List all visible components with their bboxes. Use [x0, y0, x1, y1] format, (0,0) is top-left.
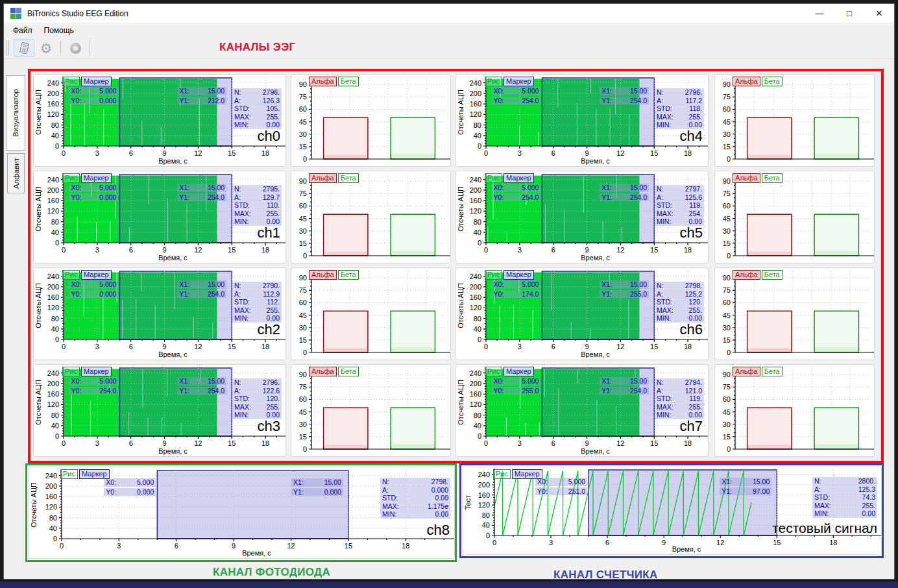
svg-text:0: 0 [478, 142, 481, 150]
svg-text:80: 80 [482, 511, 490, 519]
svg-text:12: 12 [616, 149, 624, 157]
maximize-button[interactable]: □ [834, 4, 864, 23]
tab-alphabet[interactable]: Алфавит [7, 153, 25, 193]
bar-chart-ch1[interactable]: 0153045607590 [291, 171, 451, 263]
x-axis-label: Время, с [486, 447, 705, 455]
svg-text:12: 12 [194, 343, 202, 350]
bar-chart-ch0[interactable]: 0153045607590 [291, 75, 451, 167]
legend-line-item: Рис [485, 173, 502, 183]
svg-text:0: 0 [55, 336, 59, 343]
svg-text:3: 3 [95, 343, 99, 350]
svg-text:40: 40 [49, 524, 57, 532]
bar-chart-ch4[interactable]: 0153045607590 [715, 75, 875, 167]
legend-alpha-item: Альфа [309, 367, 337, 376]
svg-text:80: 80 [474, 218, 481, 226]
svg-text:15: 15 [723, 143, 731, 151]
settings-button[interactable]: ⚙ [36, 39, 56, 57]
legend-beta-item: Бета [762, 270, 783, 280]
svg-text:45: 45 [299, 408, 307, 416]
connect-device-button[interactable] [14, 39, 34, 57]
window-title: BiTronics Studio EEG Edition [27, 9, 128, 18]
legend-alpha-item: Альфа [733, 173, 760, 183]
bar-chart-ch5[interactable]: 0153045607590 [715, 171, 875, 263]
legend-beta-item: Бета [762, 367, 783, 376]
menu-file[interactable]: Файл [7, 24, 38, 37]
legend-beta-item: Бета [338, 270, 359, 280]
tab-visualizer[interactable]: Визуализатор [6, 75, 25, 151]
svg-text:12: 12 [616, 246, 624, 254]
legend-line-item: Рис [485, 270, 502, 280]
cursor-block-start: X0:5.000Y0:251.0 [535, 478, 587, 496]
legend-alpha-item: Альфа [733, 270, 760, 280]
x-axis-label: Время, с [64, 157, 282, 165]
svg-text:200: 200 [47, 283, 59, 291]
svg-text:160: 160 [47, 293, 59, 301]
menu-help[interactable]: Помощь [38, 24, 80, 37]
bar-panel-ch6: 0153045607590АльфаБета [714, 267, 875, 360]
svg-text:90: 90 [299, 177, 307, 185]
minimize-button[interactable]: — [805, 4, 834, 23]
eeg-channels-caption: КАНАЛЫ ЭЭГ [219, 41, 296, 54]
channel-label: ch0 [258, 128, 280, 145]
cursor-block-start: X0:5.000Y0:254.0 [69, 377, 118, 396]
svg-text:15: 15 [299, 143, 307, 151]
record-button[interactable] [65, 39, 86, 57]
svg-text:90: 90 [723, 371, 731, 378]
plot-legend: РисМаркер [485, 270, 534, 280]
svg-text:15: 15 [650, 149, 658, 157]
svg-text:0: 0 [62, 439, 66, 447]
legend-beta-item: Бета [338, 77, 359, 86]
y-axis-label: Отсчеты АЦП [457, 368, 465, 436]
channel-label: ch6 [680, 321, 703, 338]
x-axis-label: Время, с [64, 254, 282, 262]
svg-text:80: 80 [51, 315, 59, 323]
svg-text:6: 6 [552, 246, 555, 254]
x-axis-label: Время, с [486, 254, 705, 262]
toolbar: ⚙ КАНАЛЫ ЭЭГ [4, 38, 894, 59]
bar-chart-ch3[interactable]: 0153045607590 [291, 365, 451, 457]
stats-block: N:2795.A:129.7STD:110.MAX:255.MIN:0.00 [232, 185, 282, 226]
cursor-block-end: X1:15.00Y1:254.0 [177, 184, 226, 202]
legend-marker-item: Маркер [504, 173, 534, 183]
svg-text:0: 0 [484, 343, 488, 350]
plot-panel-ch7: 040801201602002400369121518Отсчеты АЦПВр… [455, 364, 709, 457]
close-button[interactable]: ✕ [864, 4, 894, 23]
plot-legend: РисМаркер [485, 367, 534, 376]
cursor-block-end: X1:15.00Y1:254.0 [600, 377, 649, 396]
legend-line-item: Рис [485, 77, 502, 86]
record-icon [70, 43, 81, 54]
svg-text:80: 80 [474, 315, 481, 323]
svg-text:0: 0 [484, 149, 488, 157]
bar-chart-ch6[interactable]: 0153045607590 [715, 268, 875, 360]
legend-marker-item: Маркер [512, 469, 542, 479]
svg-text:18: 18 [261, 343, 269, 350]
svg-text:160: 160 [45, 493, 57, 500]
svg-text:120: 120 [47, 400, 59, 408]
svg-text:12: 12 [616, 343, 624, 350]
bar-chart-ch2[interactable]: 0153045607590 [291, 268, 451, 360]
svg-text:15: 15 [723, 239, 731, 247]
svg-text:45: 45 [723, 408, 731, 416]
svg-text:160: 160 [478, 491, 490, 499]
svg-text:30: 30 [723, 324, 731, 332]
stats-block: N:2796.A:122.6STD:120.MAX:255.MIN:0.00 [232, 378, 282, 419]
app-icon [10, 8, 21, 19]
svg-text:15: 15 [228, 246, 236, 254]
svg-text:40: 40 [482, 521, 490, 529]
toolbar-grip[interactable] [6, 40, 9, 56]
svg-text:45: 45 [299, 215, 307, 223]
cursor-block-start: X0:5.000Y0:0.000 [104, 478, 156, 497]
svg-text:240: 240 [470, 369, 481, 377]
svg-text:0: 0 [727, 349, 731, 356]
svg-text:60: 60 [299, 202, 307, 210]
bar-chart-ch7[interactable]: 0153045607590 [715, 365, 875, 457]
svg-text:18: 18 [684, 439, 692, 447]
svg-text:15: 15 [228, 439, 236, 447]
svg-text:3: 3 [95, 149, 99, 157]
counter-caption: КАНАЛ СЧЕТЧИКА [553, 569, 658, 582]
svg-text:15: 15 [650, 246, 658, 254]
legend-alpha-item: Альфа [733, 77, 760, 86]
legend-beta-item: Бета [338, 173, 359, 183]
counter-group: 040801201602002400369121518ТестВремя, сР… [459, 463, 884, 558]
svg-text:120: 120 [470, 110, 481, 118]
